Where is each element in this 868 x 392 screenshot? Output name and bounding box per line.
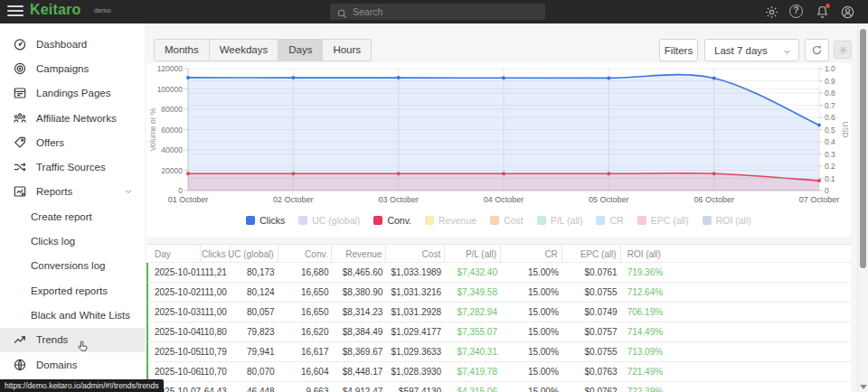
sidebar-item-label: Traffic Sources [36, 162, 106, 173]
account-icon[interactable] [840, 5, 855, 20]
legend-label: P/L (all) [551, 215, 583, 226]
cell-value: 80,070 [247, 362, 275, 382]
sidebar-item-affiliate-networks[interactable]: Affiliate Networks [0, 106, 145, 130]
sidebar-item-landings-pages[interactable]: Landings Pages [0, 81, 145, 106]
column-header-epc-all[interactable]: EPC (all) [562, 245, 621, 262]
table-cell: 2025-10-02 [148, 283, 201, 302]
sidebar-item-dashboard[interactable]: Dashboard [0, 32, 145, 56]
column-header-day[interactable]: Day [148, 245, 201, 262]
brand-logo[interactable]: Keitaro [30, 2, 81, 18]
tab-months[interactable]: Months [155, 40, 210, 61]
search-placeholder: Search [353, 6, 382, 17]
cell-value: $7,355.07 [457, 322, 497, 342]
svg-text:1.0: 1.0 [825, 64, 835, 73]
table-cell: $0.0755 [562, 342, 621, 361]
table-header-row: DayClicksUC (global)Conv.RevenueCostP/L … [146, 244, 851, 263]
column-header-conv[interactable]: Conv. [278, 245, 333, 262]
svg-text:03 October: 03 October [378, 195, 419, 204]
cell-value: 712.64% [627, 283, 663, 303]
sidebar-item-clicks-log[interactable]: Clicks log [0, 229, 145, 253]
table-cell: 713.09% [621, 342, 851, 361]
table-cell: 79,823 [231, 322, 278, 341]
affiliate-networks-icon [13, 111, 27, 126]
sidebar-item-create-report[interactable]: Create report [0, 204, 145, 229]
legend-swatch [298, 216, 307, 225]
column-header-p-l-all[interactable]: P/L (all) [445, 245, 501, 262]
sidebar-item-label: Conversions log [31, 260, 105, 271]
table-row: 2025-10-03111,0080,05716,650$8,314.23$1,… [146, 303, 851, 322]
table-row: 2025-10-01111,2180,17316,680$8,465.60$1,… [146, 263, 851, 283]
legend-item-cr[interactable]: CR [596, 215, 623, 226]
sidebar-item-conversions-log[interactable]: Conversions log [0, 254, 145, 278]
sidebar-item-trends[interactable]: Trends [0, 328, 145, 352]
sidebar-item-domains[interactable]: Domains [0, 352, 145, 377]
filters-button[interactable]: Filters [659, 39, 698, 61]
column-header-label: Clicks [202, 245, 226, 264]
settings-gear-icon[interactable] [764, 5, 779, 20]
cell-value: 2025-10-01 [155, 263, 201, 283]
chart-canvas[interactable]: 02000040000600008000010000012000000.10.2… [146, 63, 851, 213]
sidebar-item-black-and-white-lists[interactable]: Black and White Lists [0, 303, 145, 327]
column-header-cr[interactable]: CR [501, 245, 562, 262]
legend-item-roi-all[interactable]: ROI (all) [703, 215, 751, 226]
table-cell: $0.0749 [562, 303, 621, 322]
table-cell: 111,21 [201, 263, 231, 282]
sidebar-item-offers[interactable]: Offers [0, 130, 145, 154]
cell-value: 111,21 [201, 263, 227, 283]
column-header-cost[interactable]: Cost [386, 245, 445, 262]
search-input[interactable]: Search [330, 4, 545, 20]
table-cell: $0.0757 [562, 322, 621, 341]
scrollbar-down-arrow[interactable] [860, 385, 867, 389]
scrollbar-thumb[interactable] [860, 29, 866, 268]
notifications-bell-icon[interactable] [815, 5, 830, 20]
legend-swatch [703, 216, 712, 225]
tab-hours[interactable]: Hours [323, 40, 371, 61]
column-header-uc-global[interactable]: UC (global) [231, 245, 278, 262]
cell-value: $7,432.40 [457, 263, 497, 283]
table-row: 2025-10-02111,0080,12416,650$8,380.90$1,… [146, 283, 851, 303]
chart-settings-button[interactable] [834, 41, 852, 59]
sidebar-item-traffic-sources[interactable]: Traffic Sources [0, 154, 145, 179]
tab-weekdays[interactable]: Weekdays [210, 40, 278, 61]
scrollbar-track[interactable] [857, 23, 868, 392]
legend-swatch [596, 216, 605, 225]
cell-value: 714.49% [627, 322, 663, 342]
refresh-button[interactable] [805, 39, 829, 61]
legend-item-clicks[interactable]: Clicks [246, 215, 285, 226]
brand-badge: demo [94, 6, 111, 14]
date-range-select[interactable]: Last 7 days [704, 39, 799, 61]
legend-item-uc-global[interactable]: UC (global) [298, 215, 360, 226]
legend-item-conv[interactable]: Conv. [373, 215, 411, 226]
legend-label: CR [609, 215, 623, 226]
table-cell: 16,620 [278, 322, 333, 341]
table-cell: $7,340.31 [445, 342, 501, 361]
legend-item-p-l-all[interactable]: P/L (all) [537, 215, 583, 226]
tab-days[interactable]: Days [278, 40, 323, 61]
column-header-roi-all[interactable]: ROI (all) [621, 245, 851, 262]
legend-item-revenue[interactable]: Revenue [425, 215, 476, 226]
legend-item-cost[interactable]: Cost [490, 215, 524, 226]
svg-text:0.2: 0.2 [825, 162, 835, 171]
column-header-label: UC (global) [228, 245, 274, 264]
cell-value: 110,79 [200, 342, 227, 362]
svg-text:0.3: 0.3 [825, 150, 835, 159]
cell-value: $0.0757 [584, 322, 617, 342]
legend-item-epc-all[interactable]: EPC (all) [637, 215, 689, 226]
table-cell: $0.0763 [562, 362, 621, 381]
cell-value: $7,340.31 [457, 342, 497, 362]
menu-icon[interactable] [7, 5, 24, 18]
cell-value: 79,941 [247, 342, 275, 362]
table-cell: 719.36% [621, 263, 851, 282]
sidebar-item-campaigns[interactable]: Campaigns [0, 56, 145, 80]
svg-text:80000: 80000 [161, 105, 183, 114]
cell-value: 80,057 [247, 303, 275, 322]
trends-icon [13, 332, 27, 347]
sidebar-item-exported-reports[interactable]: Exported reports [0, 278, 145, 303]
table-cell: 110,79 [201, 342, 231, 361]
legend-label: Revenue [439, 215, 476, 226]
column-header-revenue[interactable]: Revenue [332, 245, 386, 262]
column-header-clicks[interactable]: Clicks [201, 245, 231, 262]
cell-value: 15.00% [528, 382, 559, 392]
sidebar-item-reports[interactable]: Reports [0, 180, 145, 204]
help-icon[interactable]: ? [789, 5, 805, 20]
